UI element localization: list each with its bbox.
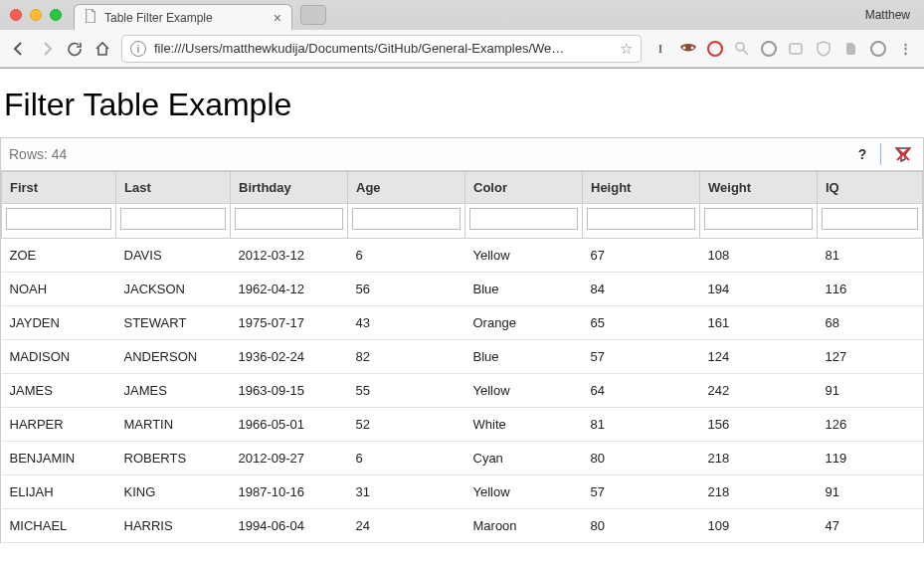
cell-first: MICHAEL — [2, 509, 116, 543]
cell-iq: 47 — [818, 509, 923, 543]
cell-age: 55 — [348, 374, 465, 408]
table-row[interactable]: ELIJAHKING1987-10-1631Yellow5721891 — [2, 475, 923, 509]
svg-point-2 — [736, 43, 744, 51]
file-icon — [85, 9, 96, 26]
table-row[interactable]: MADISONANDERSON1936-02-2482Blue57124127 — [2, 340, 923, 374]
table-row[interactable]: JAMESJAMES1963-09-1555Yellow6424291 — [2, 374, 923, 408]
extension-ublock-icon[interactable] — [707, 41, 723, 57]
help-icon: ? — [858, 146, 867, 162]
cell-last: JACKSON — [116, 273, 231, 306]
back-button[interactable] — [10, 40, 28, 58]
cell-iq: 126 — [818, 408, 923, 442]
cell-iq: 91 — [818, 475, 923, 509]
home-button[interactable] — [93, 40, 111, 58]
browser-menu-button[interactable]: ⋮ — [896, 40, 914, 58]
cell-weight: 161 — [700, 306, 818, 340]
filter-input-iq[interactable] — [822, 208, 918, 230]
cell-birthday: 1966-05-01 — [231, 408, 348, 442]
cell-age: 24 — [348, 509, 465, 543]
cell-color: Yellow — [465, 374, 583, 408]
cell-height: 81 — [583, 408, 700, 442]
cell-iq: 116 — [818, 273, 923, 306]
cell-weight: 108 — [700, 239, 818, 273]
page-content: Filter Table Example Rows: 44 ? — [0, 69, 924, 543]
col-header-color[interactable]: Color — [465, 172, 583, 204]
page-title: Filter Table Example — [0, 69, 924, 137]
cell-age: 6 — [348, 239, 465, 273]
extension-shield-icon[interactable] — [815, 40, 832, 58]
cell-age: 56 — [348, 273, 465, 306]
reload-button[interactable] — [66, 40, 84, 58]
filter-input-first[interactable] — [6, 208, 111, 230]
cell-iq: 81 — [818, 239, 923, 273]
cell-age: 6 — [348, 442, 465, 475]
table-row[interactable]: BENJAMINROBERTS2012-09-276Cyan80218119 — [2, 442, 923, 475]
zoom-window-button[interactable] — [50, 9, 62, 21]
address-bar[interactable]: i file:///Users/matthewkudija/Documents/… — [121, 35, 642, 63]
col-header-weight[interactable]: Weight — [700, 172, 818, 204]
data-table: First Last Birthday Age Color Height Wei… — [1, 171, 923, 543]
extension-evernote-icon[interactable] — [842, 40, 860, 58]
cell-first: ELIJAH — [2, 475, 116, 509]
tab-strip: Table Filter Example × — [74, 0, 326, 30]
close-tab-icon[interactable]: × — [274, 11, 281, 25]
forward-button[interactable] — [38, 40, 56, 58]
filter-input-color[interactable] — [469, 208, 578, 230]
col-header-height[interactable]: Height — [583, 172, 700, 204]
filter-input-last[interactable] — [120, 208, 226, 230]
cell-height: 57 — [583, 340, 700, 374]
help-button[interactable]: ? — [850, 142, 874, 166]
col-header-iq[interactable]: IQ — [818, 172, 923, 204]
site-info-icon[interactable]: i — [130, 41, 146, 57]
table-row[interactable]: JAYDENSTEWART1975-07-1743Orange6516168 — [2, 306, 923, 340]
table-row[interactable]: NOAHJACKSON1962-04-1256Blue84194116 — [2, 273, 923, 306]
cell-birthday: 1975-07-17 — [231, 306, 348, 340]
filter-input-age[interactable] — [352, 208, 461, 230]
cell-weight: 218 — [700, 442, 818, 475]
cell-color: Blue — [465, 340, 583, 374]
profile-name[interactable]: Matthew — [865, 8, 914, 22]
cell-height: 80 — [583, 509, 700, 543]
extension-mask-icon[interactable] — [679, 40, 697, 58]
cell-last: DAVIS — [116, 239, 231, 273]
table-row[interactable]: HARPERMARTIN1966-05-0152White81156126 — [2, 408, 923, 442]
cell-first: BENJAMIN — [2, 442, 116, 475]
extension-instapaper-icon[interactable]: I — [651, 40, 669, 58]
cell-weight: 124 — [700, 340, 818, 374]
cell-weight: 194 — [700, 273, 818, 306]
cell-first: ZOE — [2, 239, 116, 273]
svg-rect-4 — [790, 44, 802, 54]
cell-birthday: 2012-09-27 — [231, 442, 348, 475]
filter-input-height[interactable] — [587, 208, 695, 230]
table-row[interactable]: ZOEDAVIS2012-03-126Yellow6710881 — [2, 239, 923, 273]
cell-last: ROBERTS — [116, 442, 231, 475]
extension-box-icon[interactable] — [787, 40, 805, 58]
cell-height: 57 — [583, 475, 700, 509]
filter-input-birthday[interactable] — [235, 208, 343, 230]
extension-grammarly-icon[interactable] — [761, 41, 777, 57]
rows-count-value: 44 — [52, 146, 68, 162]
bookmark-star-icon[interactable]: ☆ — [620, 40, 633, 58]
cell-height: 65 — [583, 306, 700, 340]
browser-toolbar: i file:///Users/matthewkudija/Documents/… — [0, 30, 924, 68]
clear-filters-button[interactable] — [891, 142, 915, 166]
cell-birthday: 1987-10-16 — [231, 475, 348, 509]
minimize-window-button[interactable] — [30, 9, 42, 21]
cell-color: Cyan — [465, 442, 583, 475]
extension-circle-icon[interactable] — [870, 41, 886, 57]
table-row[interactable]: MICHAELHARRIS1994-06-0424Maroon8010947 — [2, 509, 923, 543]
extension-magnifier-icon[interactable] — [733, 40, 751, 58]
filter-input-weight[interactable] — [704, 208, 813, 230]
cell-color: Orange — [465, 306, 583, 340]
col-header-birthday[interactable]: Birthday — [231, 172, 348, 204]
cell-age: 82 — [348, 340, 465, 374]
cell-last: JAMES — [116, 374, 231, 408]
col-header-first[interactable]: First — [2, 172, 116, 204]
cell-first: JAMES — [2, 374, 116, 408]
new-tab-button[interactable] — [300, 5, 326, 25]
cell-iq: 119 — [818, 442, 923, 475]
browser-tab-active[interactable]: Table Filter Example × — [74, 4, 292, 30]
col-header-last[interactable]: Last — [116, 172, 231, 204]
close-window-button[interactable] — [10, 9, 22, 21]
col-header-age[interactable]: Age — [348, 172, 465, 204]
